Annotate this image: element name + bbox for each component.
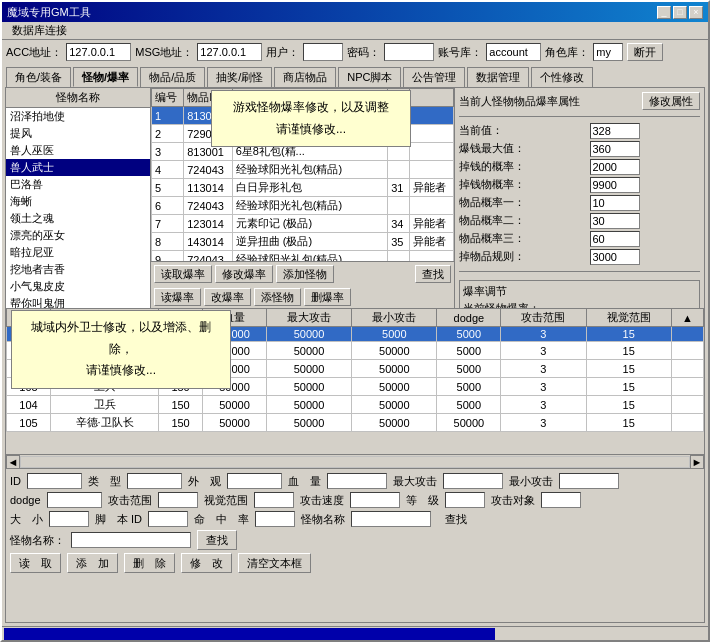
item-rate2-input[interactable]: [590, 213, 640, 229]
scroll-left-btn[interactable]: ◄: [6, 455, 20, 469]
list-item[interactable]: 沼泽拍地使: [6, 108, 150, 125]
list-item[interactable]: 挖地者吉香: [6, 261, 150, 278]
table-row[interactable]: 7 123014 元素印记 (极品) 34 异能者: [152, 215, 454, 233]
read-button[interactable]: 读 取: [10, 553, 61, 573]
form-search-label: 查找: [445, 512, 467, 527]
form-atk-speed-input[interactable]: [350, 492, 400, 508]
read-rate-button[interactable]: 读取爆率: [154, 265, 212, 283]
form-level-input[interactable]: [445, 492, 485, 508]
tab-shop[interactable]: 商店物品: [274, 67, 336, 87]
form-max-atk-input[interactable]: [443, 473, 503, 489]
pwd-input[interactable]: [384, 43, 434, 61]
tab-data[interactable]: 数据管理: [467, 67, 529, 87]
item-rate1-input[interactable]: [590, 195, 640, 211]
list-item[interactable]: 兽人巫医: [6, 142, 150, 159]
list-item[interactable]: 海蜥: [6, 193, 150, 210]
form-hp-input[interactable]: [327, 473, 387, 489]
tab-monster-rate[interactable]: 怪物/爆率: [73, 67, 138, 87]
form-script-input[interactable]: [148, 511, 188, 527]
user-input[interactable]: [303, 43, 343, 61]
right-panel-title: 当前人怪物物品爆率属性: [459, 94, 580, 109]
max-money-input[interactable]: [590, 141, 640, 157]
table-row[interactable]: 105 辛德·卫队长 150 50000 50000 50000 50000 3…: [7, 414, 704, 432]
main-window: 魔域专用GM工具 _ □ × 数据库连接 ACC地址： MSG地址： 用户： 密…: [0, 0, 710, 642]
form-monster-name2-input[interactable]: [71, 532, 191, 548]
acc-label: ACC地址：: [6, 45, 62, 60]
form-size-label: 大 小: [10, 512, 43, 527]
acc-input[interactable]: [66, 43, 131, 61]
table-row[interactable]: 8 143014 逆异扭曲 (极品) 35 异能者: [152, 233, 454, 251]
list-item[interactable]: 提风: [6, 125, 150, 142]
table-row[interactable]: 6 724043 经验球阳光礼包(精品): [152, 197, 454, 215]
tab-item-quality[interactable]: 物品/品质: [140, 67, 205, 87]
window-title: 魔域专用GM工具: [7, 5, 91, 20]
close-button[interactable]: ×: [689, 6, 703, 19]
table-row[interactable]: 104 卫兵 150 50000 50000 50000 5000 3 15: [7, 396, 704, 414]
table-row[interactable]: 9 724043 经验球阳光礼包(精品): [152, 251, 454, 262]
list-item[interactable]: 巴洛兽: [6, 176, 150, 193]
drop-money-rate-input[interactable]: [590, 159, 640, 175]
form-atk-range-label: 攻击范围: [108, 493, 152, 508]
delete-button[interactable]: 删 除: [124, 553, 175, 573]
form-vis-range-input[interactable]: [254, 492, 294, 508]
add-monster-button[interactable]: 添加怪物: [276, 265, 334, 283]
list-item[interactable]: 帮你叫鬼佣: [6, 295, 150, 308]
form-monster-name-input[interactable]: [351, 511, 431, 527]
delete-rate-button[interactable]: 删爆率: [304, 288, 351, 306]
form-size-input[interactable]: [49, 511, 89, 527]
list-item[interactable]: 暗拉尼亚: [6, 244, 150, 261]
db-input[interactable]: [486, 43, 541, 61]
modify-rate2-button[interactable]: 改爆率: [204, 288, 251, 306]
modify-attr-button[interactable]: 修改属性: [642, 92, 700, 110]
msg-input[interactable]: [197, 43, 262, 61]
guard-col-min-atk: 最小攻击: [352, 309, 437, 327]
modify-rate-button[interactable]: 修改爆率: [215, 265, 273, 283]
drop-rule-input[interactable]: [590, 249, 640, 265]
current-val-label: 当前值：: [459, 123, 586, 139]
tab-lottery[interactable]: 抽奖/刷怪: [207, 67, 272, 87]
scroll-right-btn[interactable]: ►: [690, 455, 704, 469]
form-life-rate-input[interactable]: [255, 511, 295, 527]
col-num: 编号: [152, 89, 184, 107]
form-script-label: 脚 本 ID: [95, 512, 142, 527]
list-item[interactable]: 领土之魂: [6, 210, 150, 227]
tab-personal[interactable]: 个性修改: [531, 67, 593, 87]
add-button[interactable]: 添 加: [67, 553, 118, 573]
role-input[interactable]: [593, 43, 623, 61]
search2-button[interactable]: 查找: [197, 530, 237, 550]
item-rate3-input[interactable]: [590, 231, 640, 247]
drop-item-rate-input[interactable]: [590, 177, 640, 193]
form-atk-target-input[interactable]: [541, 492, 581, 508]
form-dodge-input[interactable]: [47, 492, 102, 508]
form-type-input[interactable]: [127, 473, 182, 489]
form-max-atk-label: 最大攻击: [393, 474, 437, 489]
list-item[interactable]: 小气鬼皮皮: [6, 278, 150, 295]
form-monster-name-label: 怪物名称: [301, 512, 345, 527]
max-money-label: 爆钱最大值：: [459, 141, 586, 157]
form-min-atk-input[interactable]: [559, 473, 619, 489]
modify-bottom-button[interactable]: 修 改: [181, 553, 232, 573]
list-item[interactable]: 漂亮的巫女: [6, 227, 150, 244]
tab-npc[interactable]: NPC脚本: [338, 67, 401, 87]
tab-announce[interactable]: 公告管理: [403, 67, 465, 87]
right-info-panel: 当前人怪物物品爆率属性 修改属性 当前值： 爆钱最大值： 掉钱的概率： 掉钱物概…: [454, 88, 704, 308]
search-button[interactable]: 查找: [415, 265, 451, 283]
form-life-rate-label: 命 中 率: [194, 512, 249, 527]
tab-role-equip[interactable]: 角色/装备: [6, 67, 71, 87]
read-rate2-button[interactable]: 读爆率: [154, 288, 201, 306]
table-row[interactable]: 4 724043 经验球阳光礼包(精品): [152, 161, 454, 179]
add-monster2-button[interactable]: 添怪物: [254, 288, 301, 306]
form-appearance-input[interactable]: [227, 473, 282, 489]
role-label: 角色库：: [545, 45, 589, 60]
clear-button[interactable]: 清空文本框: [238, 553, 311, 573]
maximize-button[interactable]: □: [673, 6, 687, 19]
minimize-button[interactable]: _: [657, 6, 671, 19]
table-row[interactable]: 5 113014 白日异形礼包 31 异能者: [152, 179, 454, 197]
menu-item-db[interactable]: 数据库连接: [6, 22, 73, 39]
list-item[interactable]: 兽人武士: [6, 159, 150, 176]
connect-button[interactable]: 断开: [627, 43, 663, 61]
current-val-input[interactable]: [590, 123, 640, 139]
pwd-label: 密码：: [347, 45, 380, 60]
form-id-input[interactable]: [27, 473, 82, 489]
form-atk-range-input[interactable]: [158, 492, 198, 508]
